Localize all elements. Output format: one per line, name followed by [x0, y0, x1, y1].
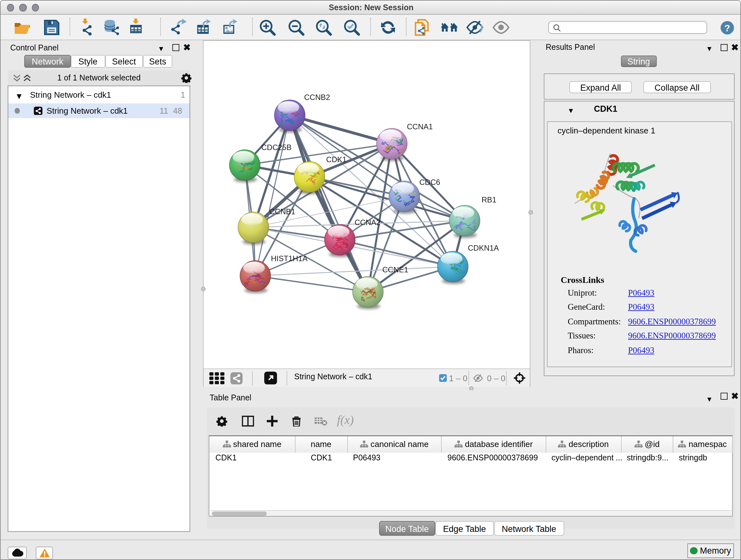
svg-text:CDC25B: CDC25B: [261, 143, 292, 151]
svg-text:CDKN1A: CDKN1A: [468, 243, 499, 252]
svg-text:CCNA2: CCNA2: [354, 218, 381, 226]
svg-text:CDC6: CDC6: [419, 178, 440, 186]
svg-text:HIST1H1A: HIST1H1A: [271, 254, 308, 262]
svg-text:CCNB2: CCNB2: [304, 92, 330, 101]
svg-text:CCNE1: CCNE1: [382, 265, 408, 273]
svg-text:RB1: RB1: [482, 195, 496, 204]
svg-text:CDK1: CDK1: [326, 155, 347, 164]
svg-text:CCNA1: CCNA1: [407, 122, 433, 131]
svg-text:CCNB1: CCNB1: [269, 207, 295, 215]
